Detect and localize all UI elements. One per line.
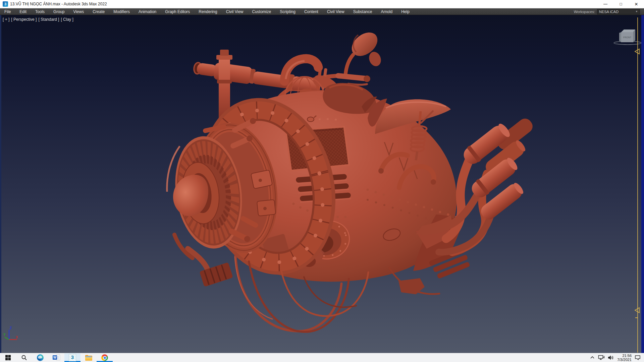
menu-bar: File Edit Tools Group Views Create Modif…	[0, 8, 644, 15]
menu-scripting[interactable]: Scripting	[275, 8, 300, 15]
close-button[interactable]: ✕	[629, 0, 644, 8]
viewport-menu-general[interactable]: [ + ]	[3, 17, 9, 22]
workspaces-dropdown[interactable]: NESA iCAD ▼	[597, 9, 640, 14]
menu-arnold[interactable]: Arnold	[376, 8, 397, 15]
viewport-menu-shading[interactable]: [ Clay ]	[61, 17, 73, 22]
minimize-button[interactable]: —	[598, 0, 613, 8]
menu-modifiers[interactable]: Modifiers	[109, 8, 134, 15]
taskbar-search-button[interactable]	[16, 353, 32, 362]
workspaces-area: Workspaces: NESA iCAD ▼	[574, 9, 644, 14]
windows-logo-icon	[5, 355, 11, 361]
viewport-menu-renderer[interactable]: [ Standard ]	[38, 17, 59, 22]
menu-customize[interactable]: Customize	[248, 8, 276, 15]
windows-taskbar: W 3 MAX 21:56	[0, 353, 644, 362]
viewport-menu-pov[interactable]: [ Perspective ]	[11, 17, 37, 22]
action-center-icon[interactable]	[635, 355, 641, 360]
window-title: 13.VŨ THỊ NGỌC ÁNH.max - Autodesk 3ds Ma…	[10, 2, 107, 6]
tray-date: 7/3/2021	[617, 358, 632, 362]
title-bar: 3 13.VŨ THỊ NGỌC ÁNH.max - Autodesk 3ds …	[0, 0, 644, 8]
menu-rendering[interactable]: Rendering	[194, 8, 221, 15]
3ds-max-icon: 3 MAX	[69, 354, 76, 361]
tray-time: 21:56	[617, 354, 632, 358]
speaker-icon[interactable]	[608, 355, 614, 360]
system-tray: 21:56 7/3/2021	[590, 353, 644, 362]
perspective-viewport[interactable]: [ + ] [ Perspective ] [ Standard ] [ Cla…	[0, 15, 644, 353]
tray-chevron-up-icon[interactable]	[590, 355, 595, 360]
taskbar-chrome-button[interactable]	[97, 353, 113, 362]
menu-content[interactable]: Content	[300, 8, 323, 15]
network-icon[interactable]	[598, 355, 605, 360]
taskbar-edge-button[interactable]	[32, 353, 48, 362]
start-button[interactable]	[0, 353, 16, 362]
workspaces-value: NESA iCAD	[599, 10, 619, 14]
menu-file[interactable]: File	[0, 8, 15, 15]
chrome-icon	[101, 354, 108, 361]
taskbar-3dsmax-button[interactable]: 3 MAX	[64, 353, 80, 362]
search-icon	[21, 355, 27, 361]
menu-group[interactable]: Group	[49, 8, 69, 15]
axis-y-label: Y	[3, 333, 6, 337]
3ds-max-app-icon: 3	[3, 1, 8, 7]
viewcube-front-label: FRONT	[623, 36, 632, 39]
axis-x-label: X	[16, 336, 18, 339]
menu-civil-view[interactable]: Civil View	[222, 8, 248, 15]
viewport-canvas[interactable]: FRONT Z X Y	[0, 15, 644, 353]
window-controls: — □ ✕	[598, 0, 644, 8]
maximize-button[interactable]: □	[613, 0, 629, 8]
menu-edit[interactable]: Edit	[15, 8, 31, 15]
taskbar-clock[interactable]: 21:56 7/3/2021	[617, 354, 632, 362]
menu-help[interactable]: Help	[397, 8, 414, 15]
menu-graph-editors[interactable]: Graph Editors	[161, 8, 194, 15]
menu-civil-view-2[interactable]: Civil View	[323, 8, 349, 15]
menu-views[interactable]: Views	[69, 8, 88, 15]
edge-icon	[37, 354, 44, 361]
taskbar-explorer-button[interactable]	[80, 353, 97, 362]
workspaces-label: Workspaces:	[574, 10, 595, 14]
menu-tools[interactable]: Tools	[31, 8, 49, 15]
axis-z-label: Z	[10, 326, 12, 330]
taskbar-word-button[interactable]: W	[48, 353, 64, 362]
viewport-left-edge	[0, 15, 1, 353]
menu-animation[interactable]: Animation	[134, 8, 161, 15]
menu-create[interactable]: Create	[88, 8, 109, 15]
word-icon: W	[53, 354, 60, 361]
viewport-label: [ + ] [ Perspective ] [ Standard ] [ Cla…	[3, 17, 73, 22]
file-explorer-icon	[85, 355, 92, 361]
window-right-edge	[641, 15, 644, 353]
chevron-down-icon: ▼	[635, 10, 638, 13]
menu-substance[interactable]: Substance	[349, 8, 377, 15]
